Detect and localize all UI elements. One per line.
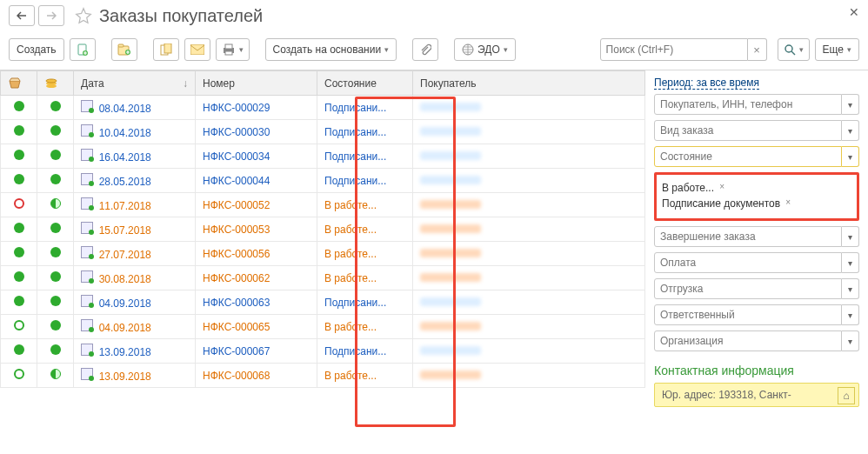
table-row[interactable]: 27.07.2018НФКС-000056В работе... bbox=[1, 242, 645, 266]
clipboard-button[interactable] bbox=[153, 38, 179, 61]
col-status1-header[interactable] bbox=[1, 71, 37, 96]
row-date[interactable]: 13.09.2018 bbox=[74, 339, 196, 364]
create-copy-button[interactable] bbox=[70, 38, 96, 61]
row-date[interactable]: 15.07.2018 bbox=[74, 217, 196, 242]
create-group-button[interactable] bbox=[111, 38, 137, 61]
col-date-header[interactable]: Дата ↓ bbox=[74, 71, 196, 96]
period-link[interactable]: Период: за все время bbox=[654, 77, 759, 90]
row-date[interactable]: 04.09.2018 bbox=[74, 290, 196, 315]
table-row[interactable]: 28.05.2018НФКС-000044Подписани... bbox=[1, 169, 645, 193]
row-number[interactable]: НФКС-000068 bbox=[196, 364, 317, 388]
row-number[interactable]: НФКС-000063 bbox=[196, 290, 317, 315]
row-buyer[interactable] bbox=[413, 193, 645, 217]
search-clear-button[interactable]: × bbox=[748, 38, 767, 61]
row-number[interactable]: НФКС-000062 bbox=[196, 266, 317, 290]
filter-buyer-input[interactable] bbox=[654, 94, 842, 115]
row-date[interactable]: 04.09.2018 bbox=[74, 315, 196, 339]
favorite-star-icon[interactable] bbox=[75, 7, 92, 24]
attach-button[interactable] bbox=[412, 38, 438, 61]
table-row[interactable]: 15.07.2018НФКС-000053В работе... bbox=[1, 217, 645, 242]
row-number[interactable]: НФКС-000065 bbox=[196, 315, 317, 339]
create-button[interactable]: Создать bbox=[9, 38, 64, 61]
row-date[interactable]: 08.04.2018 bbox=[74, 96, 196, 120]
row-number[interactable]: НФКС-000029 bbox=[196, 96, 317, 120]
table-row[interactable]: 11.07.2018НФКС-000052В работе... bbox=[1, 193, 645, 217]
row-date[interactable]: 16.04.2018 bbox=[74, 144, 196, 169]
row-date[interactable]: 10.04.2018 bbox=[74, 120, 196, 144]
row-number[interactable]: НФКС-000053 bbox=[196, 217, 317, 242]
nav-back-button[interactable] bbox=[9, 5, 35, 26]
row-state[interactable]: В работе... bbox=[317, 266, 413, 290]
filter-order-type-input[interactable] bbox=[654, 120, 842, 141]
find-button[interactable]: ▾ bbox=[778, 38, 810, 61]
row-state[interactable]: Подписани... bbox=[317, 169, 413, 193]
print-button[interactable]: ▾ bbox=[216, 38, 250, 61]
filter-org-input[interactable] bbox=[654, 330, 842, 351]
filter-completion-input[interactable] bbox=[654, 226, 842, 247]
table-row[interactable]: 30.08.2018НФКС-000062В работе... bbox=[1, 266, 645, 290]
tag-remove-icon[interactable]: × bbox=[719, 182, 724, 191]
table-row[interactable]: 10.04.2018НФКС-000030Подписани... bbox=[1, 120, 645, 144]
row-number[interactable]: НФКС-000067 bbox=[196, 339, 317, 364]
row-state[interactable]: Подписани... bbox=[317, 339, 413, 364]
mail-button[interactable] bbox=[184, 38, 210, 61]
row-number[interactable]: НФКС-000056 bbox=[196, 242, 317, 266]
row-number[interactable]: НФКС-000052 bbox=[196, 193, 317, 217]
tag-remove-icon[interactable]: × bbox=[785, 197, 791, 207]
table-row[interactable]: 13.09.2018НФКС-000067Подписани... bbox=[1, 339, 645, 364]
filter-responsible-dd[interactable]: ▾ bbox=[842, 304, 859, 325]
row-date[interactable]: 28.05.2018 bbox=[74, 169, 196, 193]
filter-payment-dd[interactable]: ▾ bbox=[842, 252, 859, 273]
row-state[interactable]: В работе... bbox=[317, 315, 413, 339]
filter-shipping-dd[interactable]: ▾ bbox=[842, 278, 859, 299]
filter-responsible-input[interactable] bbox=[654, 304, 842, 325]
search-input[interactable] bbox=[600, 38, 748, 61]
row-state[interactable]: В работе... bbox=[317, 217, 413, 242]
row-buyer[interactable] bbox=[413, 96, 645, 120]
row-date[interactable]: 11.07.2018 bbox=[74, 193, 196, 217]
home-icon[interactable]: ⌂ bbox=[838, 387, 855, 404]
row-state[interactable]: В работе... bbox=[317, 364, 413, 388]
row-buyer[interactable] bbox=[413, 120, 645, 144]
table-row[interactable]: 13.09.2018НФКС-000068В работе... bbox=[1, 364, 645, 388]
row-state[interactable]: В работе... bbox=[317, 193, 413, 217]
row-state[interactable]: Подписани... bbox=[317, 290, 413, 315]
edo-button[interactable]: ЭДО ▾ bbox=[454, 38, 516, 61]
row-date[interactable]: 13.09.2018 bbox=[74, 364, 196, 388]
filter-order-type-dd[interactable]: ▾ bbox=[842, 120, 859, 141]
more-button[interactable]: Еще ▾ bbox=[815, 38, 859, 61]
row-buyer[interactable] bbox=[413, 266, 645, 290]
row-buyer[interactable] bbox=[413, 217, 645, 242]
row-buyer[interactable] bbox=[413, 242, 645, 266]
filter-buyer-dd[interactable]: ▾ bbox=[842, 94, 859, 115]
filter-shipping-input[interactable] bbox=[654, 278, 842, 299]
filter-completion-dd[interactable]: ▾ bbox=[842, 226, 859, 247]
filter-payment-input[interactable] bbox=[654, 252, 842, 273]
row-state[interactable]: Подписани... bbox=[317, 120, 413, 144]
filter-org-dd[interactable]: ▾ bbox=[842, 330, 859, 351]
row-date[interactable]: 30.08.2018 bbox=[74, 266, 196, 290]
table-row[interactable]: 08.04.2018НФКС-000029Подписани... bbox=[1, 96, 645, 120]
row-buyer[interactable] bbox=[413, 144, 645, 169]
table-row[interactable]: 04.09.2018НФКС-000063Подписани... bbox=[1, 290, 645, 315]
row-buyer[interactable] bbox=[413, 315, 645, 339]
filter-state-dd[interactable]: ▾ bbox=[842, 146, 859, 167]
row-number[interactable]: НФКС-000044 bbox=[196, 169, 317, 193]
row-buyer[interactable] bbox=[413, 339, 645, 364]
row-number[interactable]: НФКС-000030 bbox=[196, 120, 317, 144]
row-buyer[interactable] bbox=[413, 290, 645, 315]
row-buyer[interactable] bbox=[413, 364, 645, 388]
filter-state-input[interactable] bbox=[654, 146, 842, 167]
row-state[interactable]: В работе... bbox=[317, 242, 413, 266]
row-number[interactable]: НФКС-000034 bbox=[196, 144, 317, 169]
nav-forward-button[interactable] bbox=[38, 5, 64, 26]
col-state-header[interactable]: Состояние bbox=[317, 71, 413, 96]
col-status2-header[interactable] bbox=[37, 71, 74, 96]
col-number-header[interactable]: Номер bbox=[196, 71, 317, 96]
table-row[interactable]: 16.04.2018НФКС-000034Подписани... bbox=[1, 144, 645, 169]
create-based-button[interactable]: Создать на основании ▾ bbox=[265, 38, 397, 61]
row-date[interactable]: 27.07.2018 bbox=[74, 242, 196, 266]
row-state[interactable]: Подписани... bbox=[317, 144, 413, 169]
close-icon[interactable]: ✕ bbox=[849, 5, 859, 19]
col-buyer-header[interactable]: Покупатель bbox=[413, 71, 645, 96]
